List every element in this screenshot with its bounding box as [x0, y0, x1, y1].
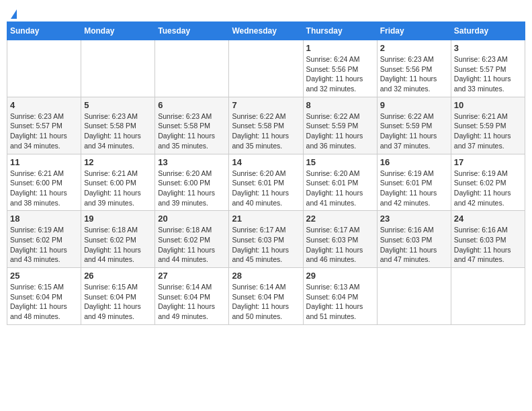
- calendar-cell: 15Sunrise: 6:20 AM Sunset: 6:01 PM Dayli…: [303, 154, 377, 211]
- calendar-cell: 18Sunrise: 6:19 AM Sunset: 6:02 PM Dayli…: [7, 211, 81, 268]
- day-of-week-header: Tuesday: [155, 22, 229, 40]
- day-of-week-header: Sunday: [7, 22, 81, 40]
- calendar-cell: 4Sunrise: 6:23 AM Sunset: 5:57 PM Daylig…: [7, 97, 81, 154]
- day-info: Sunrise: 6:17 AM Sunset: 6:03 PM Dayligh…: [306, 225, 374, 265]
- day-info: Sunrise: 6:24 AM Sunset: 5:56 PM Dayligh…: [306, 54, 374, 94]
- day-number: 10: [454, 100, 522, 110]
- header: [7, 7, 525, 17]
- day-number: 24: [454, 214, 522, 224]
- day-number: 22: [306, 214, 374, 224]
- calendar-week-row: 25Sunrise: 6:15 AM Sunset: 6:04 PM Dayli…: [7, 268, 525, 325]
- day-info: Sunrise: 6:16 AM Sunset: 6:03 PM Dayligh…: [380, 225, 448, 265]
- day-number: 21: [232, 214, 300, 224]
- day-info: Sunrise: 6:18 AM Sunset: 6:02 PM Dayligh…: [158, 225, 226, 265]
- calendar-week-row: 4Sunrise: 6:23 AM Sunset: 5:57 PM Daylig…: [7, 97, 525, 154]
- day-number: 6: [158, 100, 226, 110]
- calendar-cell: 22Sunrise: 6:17 AM Sunset: 6:03 PM Dayli…: [303, 211, 377, 268]
- calendar-week-row: 1Sunrise: 6:24 AM Sunset: 5:56 PM Daylig…: [7, 40, 525, 97]
- day-info: Sunrise: 6:19 AM Sunset: 6:01 PM Dayligh…: [380, 169, 448, 208]
- calendar-cell: 23Sunrise: 6:16 AM Sunset: 6:03 PM Dayli…: [377, 211, 451, 268]
- day-info: Sunrise: 6:20 AM Sunset: 6:01 PM Dayligh…: [306, 169, 374, 208]
- calendar-cell: 19Sunrise: 6:18 AM Sunset: 6:02 PM Dayli…: [81, 211, 155, 268]
- logo: [9, 9, 17, 17]
- calendar-week-row: 18Sunrise: 6:19 AM Sunset: 6:02 PM Dayli…: [7, 211, 525, 268]
- day-number: 19: [84, 214, 152, 224]
- day-info: Sunrise: 6:16 AM Sunset: 6:03 PM Dayligh…: [454, 225, 522, 265]
- calendar-cell: [81, 40, 155, 97]
- calendar-cell: 11Sunrise: 6:21 AM Sunset: 6:00 PM Dayli…: [7, 154, 81, 211]
- calendar-cell: 16Sunrise: 6:19 AM Sunset: 6:01 PM Dayli…: [377, 154, 451, 211]
- calendar-cell: [377, 268, 451, 325]
- day-info: Sunrise: 6:22 AM Sunset: 5:58 PM Dayligh…: [232, 111, 300, 151]
- day-info: Sunrise: 6:22 AM Sunset: 5:59 PM Dayligh…: [380, 111, 448, 151]
- day-info: Sunrise: 6:21 AM Sunset: 6:00 PM Dayligh…: [84, 169, 152, 208]
- day-number: 3: [454, 43, 522, 53]
- day-number: 1: [306, 43, 374, 53]
- day-info: Sunrise: 6:23 AM Sunset: 5:57 PM Dayligh…: [10, 111, 78, 151]
- day-info: Sunrise: 6:23 AM Sunset: 5:56 PM Dayligh…: [380, 54, 448, 94]
- day-info: Sunrise: 6:20 AM Sunset: 6:00 PM Dayligh…: [158, 169, 226, 208]
- calendar-week-row: 11Sunrise: 6:21 AM Sunset: 6:00 PM Dayli…: [7, 154, 525, 211]
- day-number: 20: [158, 214, 226, 224]
- calendar-cell: [229, 40, 303, 97]
- day-number: 15: [306, 157, 374, 167]
- calendar-cell: [155, 40, 229, 97]
- day-number: 26: [84, 271, 152, 281]
- day-number: 2: [380, 43, 448, 53]
- day-info: Sunrise: 6:15 AM Sunset: 6:04 PM Dayligh…: [10, 282, 78, 322]
- calendar-cell: 7Sunrise: 6:22 AM Sunset: 5:58 PM Daylig…: [229, 97, 303, 154]
- day-number: 16: [380, 157, 448, 167]
- day-info: Sunrise: 6:22 AM Sunset: 5:59 PM Dayligh…: [306, 111, 374, 151]
- day-number: 4: [10, 100, 78, 110]
- day-number: 23: [380, 214, 448, 224]
- day-number: 8: [306, 100, 374, 110]
- logo-triangle-icon: [11, 9, 17, 19]
- calendar-cell: 17Sunrise: 6:19 AM Sunset: 6:02 PM Dayli…: [451, 154, 525, 211]
- calendar-cell: 27Sunrise: 6:14 AM Sunset: 6:04 PM Dayli…: [155, 268, 229, 325]
- calendar-cell: 6Sunrise: 6:23 AM Sunset: 5:58 PM Daylig…: [155, 97, 229, 154]
- day-number: 17: [454, 157, 522, 167]
- calendar-cell: 26Sunrise: 6:15 AM Sunset: 6:04 PM Dayli…: [81, 268, 155, 325]
- day-number: 29: [306, 271, 374, 281]
- calendar-cell: 14Sunrise: 6:20 AM Sunset: 6:01 PM Dayli…: [229, 154, 303, 211]
- day-number: 18: [10, 214, 78, 224]
- day-number: 11: [10, 157, 78, 167]
- day-of-week-header: Monday: [81, 22, 155, 40]
- day-number: 12: [84, 157, 152, 167]
- day-info: Sunrise: 6:14 AM Sunset: 6:04 PM Dayligh…: [158, 282, 226, 322]
- calendar-cell: 12Sunrise: 6:21 AM Sunset: 6:00 PM Dayli…: [81, 154, 155, 211]
- day-info: Sunrise: 6:21 AM Sunset: 5:59 PM Dayligh…: [454, 111, 522, 151]
- calendar-cell: 28Sunrise: 6:14 AM Sunset: 6:04 PM Dayli…: [229, 268, 303, 325]
- day-info: Sunrise: 6:13 AM Sunset: 6:04 PM Dayligh…: [306, 282, 374, 322]
- day-number: 28: [232, 271, 300, 281]
- calendar-cell: 29Sunrise: 6:13 AM Sunset: 6:04 PM Dayli…: [303, 268, 377, 325]
- day-of-week-header: Wednesday: [229, 22, 303, 40]
- day-info: Sunrise: 6:20 AM Sunset: 6:01 PM Dayligh…: [232, 169, 300, 208]
- day-info: Sunrise: 6:14 AM Sunset: 6:04 PM Dayligh…: [232, 282, 300, 322]
- day-info: Sunrise: 6:19 AM Sunset: 6:02 PM Dayligh…: [454, 169, 522, 208]
- day-info: Sunrise: 6:23 AM Sunset: 5:57 PM Dayligh…: [454, 54, 522, 94]
- day-number: 9: [380, 100, 448, 110]
- calendar-cell: 10Sunrise: 6:21 AM Sunset: 5:59 PM Dayli…: [451, 97, 525, 154]
- day-number: 25: [10, 271, 78, 281]
- day-number: 27: [158, 271, 226, 281]
- day-number: 13: [158, 157, 226, 167]
- day-of-week-header: Thursday: [303, 22, 377, 40]
- day-info: Sunrise: 6:15 AM Sunset: 6:04 PM Dayligh…: [84, 282, 152, 322]
- calendar-cell: 8Sunrise: 6:22 AM Sunset: 5:59 PM Daylig…: [303, 97, 377, 154]
- calendar-cell: 5Sunrise: 6:23 AM Sunset: 5:58 PM Daylig…: [81, 97, 155, 154]
- day-info: Sunrise: 6:23 AM Sunset: 5:58 PM Dayligh…: [158, 111, 226, 151]
- calendar-cell: 21Sunrise: 6:17 AM Sunset: 6:03 PM Dayli…: [229, 211, 303, 268]
- day-info: Sunrise: 6:17 AM Sunset: 6:03 PM Dayligh…: [232, 225, 300, 265]
- calendar-cell: 13Sunrise: 6:20 AM Sunset: 6:00 PM Dayli…: [155, 154, 229, 211]
- day-number: 7: [232, 100, 300, 110]
- day-of-week-header: Friday: [377, 22, 451, 40]
- calendar-cell: 20Sunrise: 6:18 AM Sunset: 6:02 PM Dayli…: [155, 211, 229, 268]
- calendar-table: SundayMondayTuesdayWednesdayThursdayFrid…: [7, 21, 525, 325]
- day-info: Sunrise: 6:19 AM Sunset: 6:02 PM Dayligh…: [10, 225, 78, 265]
- day-info: Sunrise: 6:21 AM Sunset: 6:00 PM Dayligh…: [10, 169, 78, 208]
- day-number: 5: [84, 100, 152, 110]
- day-number: 14: [232, 157, 300, 167]
- day-info: Sunrise: 6:18 AM Sunset: 6:02 PM Dayligh…: [84, 225, 152, 265]
- calendar-cell: 25Sunrise: 6:15 AM Sunset: 6:04 PM Dayli…: [7, 268, 81, 325]
